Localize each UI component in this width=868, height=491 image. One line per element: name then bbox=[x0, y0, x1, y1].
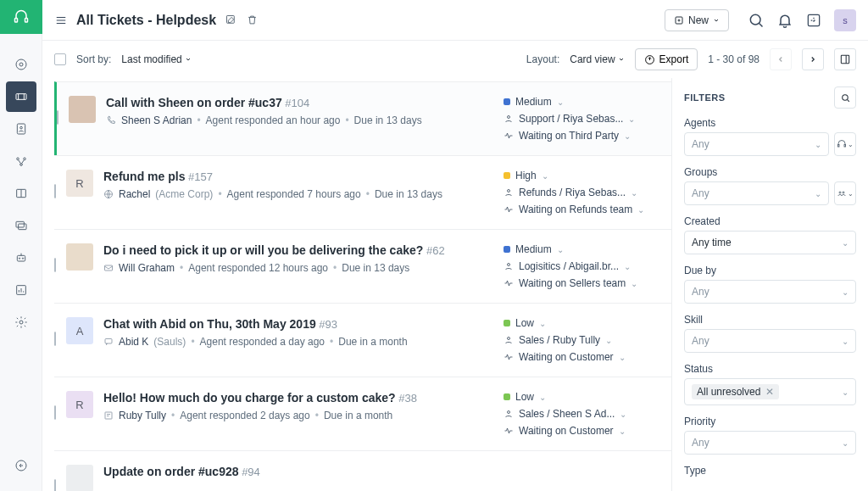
chevron-down-icon bbox=[618, 56, 625, 63]
priority-dropdown[interactable]: Low⌄ bbox=[504, 391, 665, 403]
ticket-card[interactable]: RHello! How much do you charge for a cus… bbox=[54, 377, 671, 450]
new-button[interactable]: New bbox=[665, 9, 729, 31]
chevron-down-icon: ⌄ bbox=[631, 188, 637, 198]
ticket-title: Hello! How much do you charge for a cust… bbox=[103, 391, 396, 405]
hamburger-icon[interactable] bbox=[54, 14, 68, 26]
filter-skill-select[interactable]: Any⌄ bbox=[684, 329, 856, 353]
svg-rect-0 bbox=[14, 19, 17, 23]
header-bar: All Tickets - Helpdesk New s bbox=[42, 0, 868, 41]
search-icon[interactable] bbox=[748, 12, 765, 29]
nav-settings[interactable] bbox=[6, 307, 36, 338]
status-dropdown[interactable]: Waiting on Customer⌄ bbox=[504, 425, 665, 437]
page-next-button[interactable] bbox=[802, 48, 824, 70]
ticket-due: Due in a month bbox=[338, 336, 407, 348]
export-button[interactable]: Export bbox=[635, 48, 698, 70]
user-icon bbox=[504, 409, 514, 419]
chevron-down-icon bbox=[713, 17, 720, 24]
filter-priority-select[interactable]: Any⌄ bbox=[684, 431, 856, 455]
user-icon bbox=[504, 187, 514, 198]
priority-dot-icon bbox=[504, 320, 510, 326]
status-dropdown[interactable]: Waiting on Third Party⌄ bbox=[504, 130, 665, 142]
svg-point-25 bbox=[508, 116, 510, 119]
bell-icon[interactable] bbox=[776, 12, 793, 29]
page-prev-button[interactable] bbox=[770, 48, 792, 70]
ticket-card[interactable]: Call with Sheen on order #uc37 #104Sheen… bbox=[54, 81, 671, 155]
filter-created-select[interactable]: Any time⌄ bbox=[684, 231, 856, 254]
priority-dot-icon bbox=[504, 393, 510, 400]
user-avatar[interactable]: s bbox=[834, 9, 856, 31]
priority-dropdown[interactable]: High⌄ bbox=[504, 170, 665, 181]
ticket-requester: Abid K bbox=[119, 336, 148, 348]
layout-dropdown[interactable]: Card view bbox=[570, 53, 624, 65]
filter-search-button[interactable] bbox=[834, 86, 856, 109]
ticket-list: Call with Sheen on order #uc37 #104Sheen… bbox=[42, 78, 671, 491]
filter-agents-me-button[interactable]: ⌄ bbox=[834, 132, 856, 156]
ticket-checkbox[interactable] bbox=[54, 479, 56, 491]
nav-collapse[interactable] bbox=[6, 450, 36, 481]
nav-contacts[interactable] bbox=[6, 114, 36, 144]
nav-bots[interactable] bbox=[6, 243, 36, 273]
filter-groups-select[interactable]: Any⌄ bbox=[684, 181, 829, 205]
priority-dropdown[interactable]: Low⌄ bbox=[504, 317, 665, 329]
status-chip-remove[interactable]: ✕ bbox=[765, 386, 774, 398]
svg-rect-12 bbox=[18, 224, 25, 230]
filter-agents-select[interactable]: Any⌄ bbox=[684, 132, 829, 156]
ticket-card[interactable]: RRefund me pls #157Rachel(Acme Corp)•Age… bbox=[54, 155, 671, 229]
nav-reports[interactable] bbox=[6, 275, 36, 305]
ticket-card[interactable]: AChat with Abid on Thu, 30th May 2019 #9… bbox=[54, 303, 671, 377]
ticket-title: Chat with Abid on Thu, 30th May 2019 bbox=[103, 317, 316, 331]
svg-rect-24 bbox=[841, 55, 849, 63]
ticket-id: #62 bbox=[426, 244, 445, 257]
status-dropdown[interactable]: Waiting on Customer⌄ bbox=[504, 351, 665, 363]
chevron-down-icon: ⌄ bbox=[557, 245, 564, 254]
filter-priority-label: Priority bbox=[684, 416, 856, 427]
filter-panel-toggle-button[interactable] bbox=[834, 48, 856, 70]
nav-social[interactable] bbox=[6, 146, 36, 176]
priority-dropdown[interactable]: Medium⌄ bbox=[504, 243, 665, 255]
chevron-down-icon: ⌄ bbox=[539, 319, 546, 328]
status-dropdown[interactable]: Waiting on Refunds team⌄ bbox=[504, 204, 665, 215]
chevron-down-icon: ⌄ bbox=[620, 410, 626, 419]
svg-rect-1 bbox=[25, 19, 27, 23]
left-sidebar bbox=[0, 0, 42, 491]
svg-point-9 bbox=[19, 164, 22, 166]
ticket-due: Due in 13 days bbox=[354, 114, 422, 126]
ticket-due: Due in 13 days bbox=[375, 188, 442, 200]
agent-dropdown[interactable]: Sales / Ruby Tully⌄ bbox=[504, 334, 665, 346]
sparkle-icon[interactable] bbox=[805, 12, 822, 29]
nav-solutions[interactable] bbox=[6, 178, 36, 209]
svg-rect-36 bbox=[844, 145, 846, 148]
chevron-down-icon: ⌄ bbox=[619, 427, 626, 436]
requester-avatar: R bbox=[66, 391, 93, 418]
ticket-card[interactable]: Update on order #uc928 #94 bbox=[54, 450, 671, 491]
status-dropdown[interactable]: Waiting on Sellers team⌄ bbox=[504, 277, 665, 289]
ticket-checkbox[interactable] bbox=[54, 405, 56, 420]
agent-dropdown[interactable]: Sales / Sheen S Ad...⌄ bbox=[504, 408, 665, 420]
sort-dropdown[interactable]: Last modified bbox=[121, 53, 191, 65]
agent-dropdown[interactable]: Refunds / Riya Sebas...⌄ bbox=[504, 187, 665, 198]
priority-dropdown[interactable]: Medium⌄ bbox=[504, 96, 665, 108]
delete-icon[interactable] bbox=[246, 14, 259, 26]
filter-status-select[interactable]: All unresolved✕ ⌄ bbox=[684, 378, 856, 405]
brand-logo[interactable] bbox=[0, 0, 42, 34]
edit-icon[interactable] bbox=[225, 14, 237, 26]
activity-icon bbox=[504, 426, 514, 436]
ticket-checkbox[interactable] bbox=[54, 184, 56, 198]
agent-dropdown[interactable]: Support / Riya Sebas...⌄ bbox=[504, 113, 665, 125]
nav-forums[interactable] bbox=[6, 210, 36, 241]
ticket-checkbox[interactable] bbox=[54, 258, 56, 272]
agent-dropdown[interactable]: Logisitics / Abigail.br...⌄ bbox=[504, 260, 665, 272]
ticket-checkbox[interactable] bbox=[57, 110, 58, 125]
nav-tickets[interactable] bbox=[6, 81, 36, 112]
chevron-down-icon: ⌄ bbox=[542, 171, 548, 181]
nav-dashboard[interactable] bbox=[6, 49, 36, 80]
ticket-card[interactable]: Do i need to pick it up or will you be d… bbox=[54, 229, 671, 303]
select-all-checkbox[interactable] bbox=[54, 53, 66, 65]
svg-point-3 bbox=[19, 63, 23, 66]
activity-icon bbox=[504, 278, 514, 288]
filter-dueby-select[interactable]: Any⌄ bbox=[684, 280, 856, 304]
chevron-down-icon bbox=[185, 56, 192, 63]
chevron-down-icon: ⌄ bbox=[631, 279, 637, 288]
filter-groups-mine-button[interactable]: ⌄ bbox=[834, 181, 856, 205]
ticket-checkbox[interactable] bbox=[54, 332, 56, 346]
